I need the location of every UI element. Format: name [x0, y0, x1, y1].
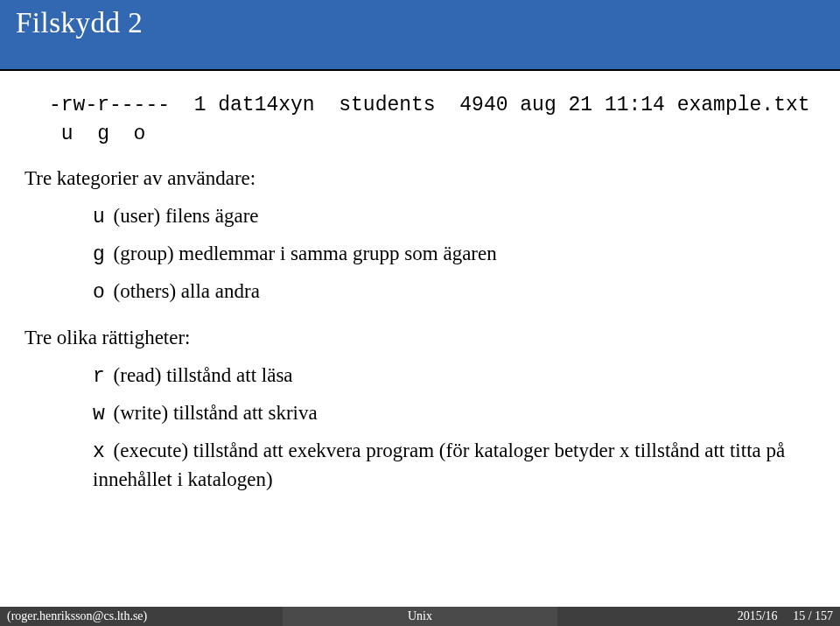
right-desc: (write) tillstånd att skriva	[114, 402, 318, 424]
slide-title: Filskydd 2	[0, 0, 840, 71]
footer-year: 2015/16	[738, 609, 778, 622]
footer-page: 2015/16 15 / 157	[557, 607, 840, 626]
footer-author: (roger.henriksson@cs.lth.se)	[0, 607, 283, 626]
file-listing: -rw-r----- 1 dat14xyn students 4940 aug …	[49, 90, 816, 148]
cat-key: g	[93, 243, 105, 266]
right-desc: (read) tillstånd att läsa	[114, 364, 293, 386]
footer-title: Unix	[283, 607, 558, 626]
categories-list: u (user) filens ägare g (group) medlemma…	[93, 202, 816, 306]
right-key: x	[93, 440, 105, 463]
list-item: r (read) tillstånd att läsa	[93, 362, 816, 390]
list-item: g (group) medlemmar i samma grupp som äg…	[93, 240, 816, 269]
cat-key: u	[93, 206, 105, 229]
cat-desc: (group) medlemmar i samma grupp som ägar…	[114, 243, 497, 264]
list-item: o (others) alla andra	[93, 278, 816, 306]
list-item: w (write) tillstånd att skriva	[93, 399, 816, 428]
list-item: u (user) filens ägare	[93, 202, 816, 231]
title-text: Filskydd 2	[16, 7, 143, 39]
cat-key: o	[93, 281, 105, 304]
right-desc: (execute) tillstånd att exekvera program…	[93, 440, 785, 490]
cat-desc: (others) alla andra	[114, 280, 260, 302]
rights-heading: Tre olika rättigheter:	[24, 327, 816, 349]
slide-content: -rw-r----- 1 dat14xyn students 4940 aug …	[0, 71, 840, 493]
right-key: w	[93, 403, 105, 426]
list-item: x (execute) tillstånd att exekvera progr…	[93, 437, 816, 493]
slide: Filskydd 2 -rw-r----- 1 dat14xyn student…	[0, 0, 840, 626]
slide-footer: (roger.henriksson@cs.lth.se) Unix 2015/1…	[0, 607, 840, 626]
right-key: r	[93, 365, 105, 388]
listing-line-1: -rw-r----- 1 dat14xyn students 4940 aug …	[49, 94, 810, 116]
categories-heading: Tre kategorier av användare:	[24, 167, 816, 190]
rights-list: r (read) tillstånd att läsa w (write) ti…	[93, 362, 816, 493]
footer-pagenum: 15 / 157	[793, 609, 833, 622]
cat-desc: (user) filens ägare	[114, 205, 259, 227]
listing-line-2: u g o	[49, 123, 145, 145]
